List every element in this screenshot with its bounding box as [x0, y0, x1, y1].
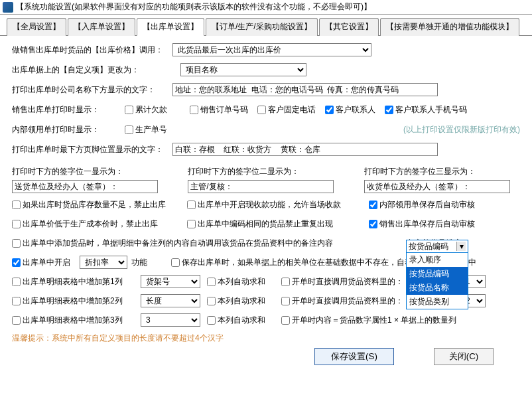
footer-text-label: 打印出库单时最下方页脚位置显示的文字： — [12, 144, 163, 155]
cb-extra-col1[interactable]: 出库单明细表格中增加第1列 — [12, 276, 131, 288]
cb-auto-remark[interactable]: 出库单中添加货品时，单据明细中备注列的内容自动调用该货品在货品资料中的备注内容 — [12, 238, 344, 249]
sort-opt-category[interactable]: 按货品类别 — [407, 295, 468, 309]
tab-strip: 【全局设置】 【入库单设置】 【出库单设置】 【订单/生产/采购功能设置】 【其… — [0, 15, 532, 36]
cb-prod-no[interactable]: 生产单号 — [125, 124, 167, 135]
cb-extra-col3[interactable]: 出库单明细表格中增加第3列 — [12, 315, 131, 326]
window-titlebar: 【系统功能设置(如果软件界面没有对应的功能项则表示该版本的软件没有这个功能，不必… — [0, 0, 532, 15]
cb-col3-formula[interactable]: 开单时内容＝货品数字属性1 × 单据上的数量列 — [281, 315, 456, 326]
cb-no-dup-code[interactable]: 出库单中编码相同的货品禁止重复出现 — [187, 218, 360, 230]
discount-suffix: 功能 — [131, 257, 147, 268]
footer-text-input[interactable] — [172, 143, 438, 156]
cb-no-stock-block[interactable]: 如果出库时货品库存数量不足，禁止出库 — [12, 199, 178, 210]
cb-sales-auto-audit[interactable]: 销售出库单保存后自动审核 — [369, 218, 475, 230]
tab-global[interactable]: 【全局设置】 — [7, 18, 66, 36]
cb-customer-phone[interactable]: 客户固定电话 — [257, 104, 316, 116]
cb-col2-sum[interactable]: 本列自动求和 — [207, 295, 265, 307]
col1-select[interactable]: 货架号 — [141, 275, 200, 288]
tab-outbound[interactable]: 【出库单设置】 — [137, 18, 204, 36]
sort-dropdown[interactable]: 按货品编码 ▾ 录入顺序 按货品编码 按货品名称 按货品类别 — [406, 240, 468, 309]
cb-cumulative-debt[interactable]: 累计欠款 — [125, 104, 167, 116]
price-source-label: 做销售出库单时货品的【出库价格】调用： — [12, 44, 163, 56]
window-title: 【系统功能设置(如果软件界面没有对应的功能项则表示该版本的软件没有这个功能，不必… — [16, 1, 371, 13]
cb-order-no[interactable]: 销售订单号码 — [190, 104, 248, 116]
tab-inbound[interactable]: 【入库单设置】 — [68, 18, 135, 36]
cb-enable-discount[interactable]: 出库单中开启 — [12, 257, 70, 268]
chevron-down-icon: ▾ — [456, 242, 466, 251]
sig3-label: 打印时下方的签字位三显示为： — [364, 166, 520, 177]
cb-internal-auto-audit[interactable]: 内部领用单保存后自动审核 — [369, 199, 475, 210]
cb-below-cost-block[interactable]: 出库单价低于生产成本价时，禁止出库 — [12, 218, 178, 230]
tab-other[interactable]: 【其它设置】 — [319, 18, 379, 36]
app-icon — [3, 2, 13, 13]
header-text-input[interactable] — [172, 83, 438, 96]
sort-opt-code[interactable]: 按货品编码 — [407, 267, 468, 281]
cb-col2-source[interactable]: 开单时直接调用货品资料里的： — [281, 295, 403, 307]
sort-opt-input-order[interactable]: 录入顺序 — [407, 253, 468, 267]
tab-content: 做销售出库单时货品的【出库价格】调用： 此货品最后一次出库的出库价 出库单据上的… — [0, 36, 532, 372]
cb-customer-contact[interactable]: 客户联系人 — [325, 104, 375, 116]
sort-opt-name[interactable]: 按货品名称 — [407, 281, 468, 295]
cb-col1-sum[interactable]: 本列自动求和 — [207, 276, 265, 288]
tab-order[interactable]: 【订单/生产/采购功能设置】 — [206, 18, 318, 36]
sig1-input[interactable] — [12, 180, 158, 193]
cb-contact-mobile[interactable]: 客户联系人手机号码 — [385, 104, 467, 116]
sig2-input[interactable] — [188, 180, 334, 193]
sort-dropdown-selected[interactable]: 按货品编码 ▾ — [406, 240, 468, 253]
save-button[interactable]: 保存设置(S) — [314, 348, 394, 365]
col3-select[interactable]: 3 — [141, 313, 200, 327]
cb-extra-col2[interactable]: 出库单明细表格中增加第2列 — [12, 295, 131, 307]
sales-print-label: 销售出库单打印时显示： — [12, 104, 125, 116]
header-text-label: 打印出库单时公司名称下方显示的文字： — [12, 84, 155, 96]
internal-print-label: 内部领用单打印时显示： — [12, 124, 125, 135]
print-hint: (以上打印设置仅限新版打印有效) — [403, 124, 520, 135]
discount-type-select[interactable]: 折扣率 — [80, 256, 127, 269]
tab-addon[interactable]: 【按需要单独开通的增值功能模块】 — [380, 18, 519, 36]
custom-field-select[interactable]: 项目名称 — [180, 63, 306, 76]
cb-col1-source[interactable]: 开单时直接调用货品资料里的： — [281, 276, 403, 288]
sig3-input[interactable] — [364, 180, 510, 193]
price-source-select[interactable]: 此货品最后一次出库的出库价 — [172, 43, 371, 56]
close-button[interactable]: 关闭(C) — [434, 348, 494, 365]
sig1-label: 打印时下方的签字位一显示为： — [12, 166, 168, 177]
col2-select[interactable]: 长度 — [141, 294, 200, 307]
cb-col3-sum[interactable]: 本列自动求和 — [207, 315, 265, 326]
custom-field-label: 出库单据上的【自定义项】更改为： — [12, 64, 139, 76]
cb-cash-collect[interactable]: 出库单中开启现收款功能，允许当场收款 — [187, 199, 360, 210]
sort-dropdown-list: 录入顺序 按货品编码 按货品名称 按货品类别 — [406, 253, 468, 309]
sig2-label: 打印时下方的签字位二显示为： — [188, 166, 344, 177]
warm-tip: 温馨提示：系统中所有自定义项目的长度请不要超过4个汉字 — [12, 333, 520, 344]
